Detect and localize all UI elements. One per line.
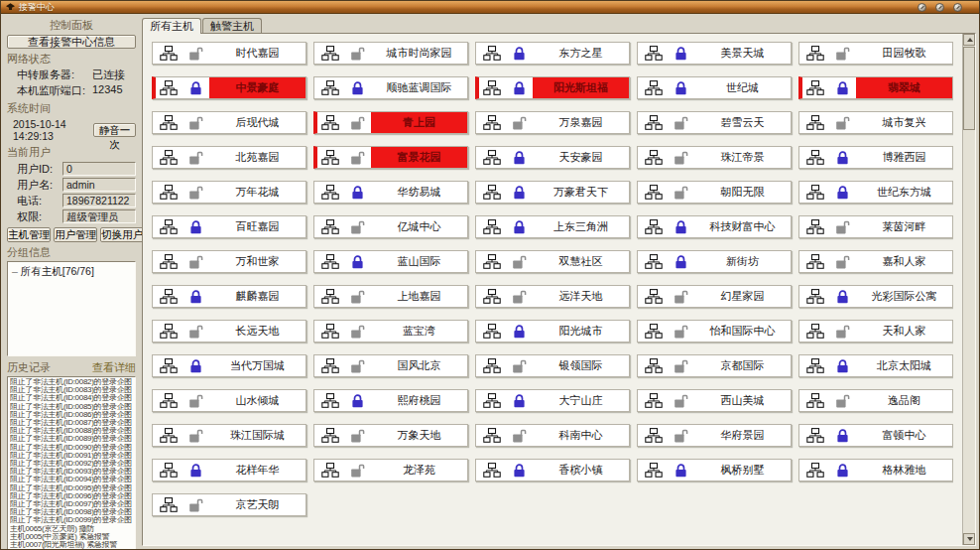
host-tile[interactable]: 当代万国城 <box>152 354 306 377</box>
host-tile[interactable]: 博雅西园 <box>798 146 953 169</box>
host-name: 时代嘉园 <box>209 43 306 64</box>
network-icon <box>483 185 501 200</box>
user-field-input[interactable]: 超级管理员 <box>62 209 136 223</box>
tab-all-hosts[interactable]: 所有主机 <box>142 18 201 34</box>
host-tile[interactable]: 万和世家 <box>152 250 306 273</box>
history-listbox[interactable]: 阻止了非法主机(ID:0082)的登录企图阻止了非法主机(ID:0083)的登录… <box>7 376 136 550</box>
host-tile[interactable]: 美景天城 <box>637 42 792 65</box>
host-tile[interactable]: 后现代城 <box>152 111 306 134</box>
host-tile[interactable]: 熙府桃园 <box>313 389 468 412</box>
host-tile[interactable]: 华纺易城 <box>313 181 468 204</box>
host-tile[interactable]: 城市复兴 <box>798 111 953 134</box>
host-tile[interactable]: 田园牧歌 <box>798 42 953 65</box>
host-name: 阳光斯坦福 <box>533 77 629 98</box>
lock-armed-icon <box>512 151 527 165</box>
host-tile[interactable]: 枫桥别墅 <box>637 459 792 481</box>
host-tile[interactable]: 西山美城 <box>637 389 792 412</box>
host-tile[interactable]: 双慧社区 <box>475 250 630 273</box>
view-center-info-button[interactable]: 查看接警中心信息 <box>7 35 136 49</box>
user-field-input[interactable]: admin <box>62 178 136 192</box>
maximize-button[interactable] <box>935 3 944 12</box>
host-tile[interactable]: 长远天地 <box>152 320 306 343</box>
host-tile[interactable]: 龙泽苑 <box>313 459 468 481</box>
history-entry: 主机0007(阳光斯坦福) 紧急报警 <box>10 541 133 549</box>
host-tile[interactable]: 万象天地 <box>313 424 468 447</box>
host-tile[interactable]: 山水倾城 <box>152 389 306 412</box>
host-tile[interactable]: 富景花园 <box>313 146 468 169</box>
user-field-input[interactable]: 18967821122 <box>62 194 136 207</box>
window-content: 控制面板 查看接警中心信息 网络状态 中转服务器: 已连接 本机监听端口: 12… <box>1 14 979 550</box>
host-tile[interactable]: 科技财富中心 <box>637 215 792 238</box>
host-tile[interactable]: 嘉和人家 <box>798 250 953 273</box>
host-tile[interactable]: 百旺嘉园 <box>152 215 306 238</box>
host-tile[interactable]: 逸品阁 <box>798 389 953 412</box>
host-tile[interactable]: 国风北京 <box>313 354 468 377</box>
close-button[interactable] <box>953 3 962 12</box>
host-tile[interactable]: 新街坊 <box>637 250 792 273</box>
host-tile[interactable]: 华府景园 <box>637 424 792 447</box>
host-tile[interactable]: 远洋天地 <box>475 285 630 308</box>
host-tile[interactable]: 蓝山国际 <box>313 250 468 273</box>
host-tile[interactable]: 青上园 <box>313 111 468 134</box>
group-tree-item-all-hosts[interactable]: – 所有主机[76/76] <box>12 265 131 279</box>
host-tile[interactable]: 格林雅地 <box>798 459 953 481</box>
scroll-up-button[interactable] <box>963 34 975 46</box>
host-tile[interactable]: 世纪东方城 <box>798 181 953 204</box>
view-details-link[interactable]: 查看详细 <box>92 360 136 375</box>
host-tile[interactable]: 麒麟嘉园 <box>152 285 306 308</box>
user-action-button[interactable]: 用户管理 <box>54 227 97 242</box>
host-tile[interactable]: 万豪君天下 <box>475 181 630 204</box>
host-tile[interactable]: 京都国际 <box>637 354 792 377</box>
host-tile[interactable]: 幻星家园 <box>637 285 792 308</box>
host-tile[interactable]: 北京太阳城 <box>798 354 953 377</box>
history-entry: 阻止了非法主机(ID:0089)的登录企图 <box>10 435 133 443</box>
host-tile[interactable]: 天和人家 <box>798 320 953 343</box>
mute-once-button[interactable]: 静音一次 <box>93 123 136 137</box>
host-tile[interactable]: 城市时尚家园 <box>313 42 468 65</box>
grid-scrollbar[interactable] <box>962 34 975 545</box>
lock-armed-icon <box>674 81 688 95</box>
user-field-input[interactable]: 0 <box>62 162 136 176</box>
host-tile[interactable]: 香槟小镇 <box>475 459 630 481</box>
user-action-button[interactable]: 切换用户 <box>100 227 144 242</box>
host-tile[interactable]: 光彩国际公寓 <box>798 285 953 308</box>
host-tile[interactable]: 莱茵河畔 <box>798 215 953 238</box>
host-tile[interactable]: 万泉嘉园 <box>475 111 630 134</box>
host-tile[interactable]: 科南中心 <box>475 424 630 447</box>
host-tile[interactable]: 怡和国际中心 <box>637 320 792 343</box>
host-tile[interactable]: 万年花城 <box>152 181 306 204</box>
host-tile[interactable]: 银领国际 <box>475 354 630 377</box>
host-tile[interactable]: 珠江帝景 <box>637 146 792 169</box>
tab-alarm-hosts[interactable]: 触警主机 <box>202 18 262 33</box>
minimize-button[interactable] <box>918 3 926 12</box>
host-tile[interactable]: 世纪城 <box>637 76 792 99</box>
host-tile[interactable]: 上东三角洲 <box>475 215 630 238</box>
lock-armed-icon <box>512 464 527 478</box>
host-tile[interactable]: 天安豪园 <box>475 146 630 169</box>
host-tile[interactable]: 阳光斯坦福 <box>475 76 630 99</box>
host-tile[interactable]: 京艺天朗 <box>152 493 306 516</box>
host-tile[interactable]: 亿城中心 <box>313 215 468 238</box>
host-tile[interactable]: 朝阳无限 <box>637 181 792 204</box>
lock-open-icon <box>674 186 688 200</box>
scrollbar-thumb[interactable] <box>963 47 975 130</box>
host-tile[interactable]: 东方之星 <box>475 42 630 65</box>
host-tile[interactable]: 时代嘉园 <box>152 42 306 65</box>
host-tile[interactable]: 顺驰蓝调国际 <box>313 76 468 99</box>
host-tile[interactable]: 阳光城市 <box>475 320 630 343</box>
host-tile[interactable]: 大宁山庄 <box>475 389 630 412</box>
host-tile[interactable]: 上地嘉园 <box>313 285 468 308</box>
group-tree-listbox[interactable]: – 所有主机[76/76] <box>7 261 136 356</box>
user-action-button[interactable]: 主机管理 <box>7 227 51 242</box>
host-tile[interactable]: 翡翠城 <box>798 76 953 99</box>
scroll-down-button[interactable] <box>963 533 975 545</box>
host-tile[interactable]: 花样年华 <box>152 459 306 481</box>
host-tile[interactable]: 碧雪云天 <box>637 111 792 134</box>
lock-armed-icon <box>512 220 527 234</box>
host-tile[interactable]: 北苑嘉园 <box>152 146 306 169</box>
host-tile[interactable]: 珠江国际城 <box>152 424 306 447</box>
title-bar[interactable]: 接警中心 <box>1 1 979 14</box>
host-tile[interactable]: 蓝宝湾 <box>313 320 468 343</box>
host-tile[interactable]: 中景豪庭 <box>152 76 306 99</box>
host-tile[interactable]: 富顿中心 <box>798 424 953 447</box>
